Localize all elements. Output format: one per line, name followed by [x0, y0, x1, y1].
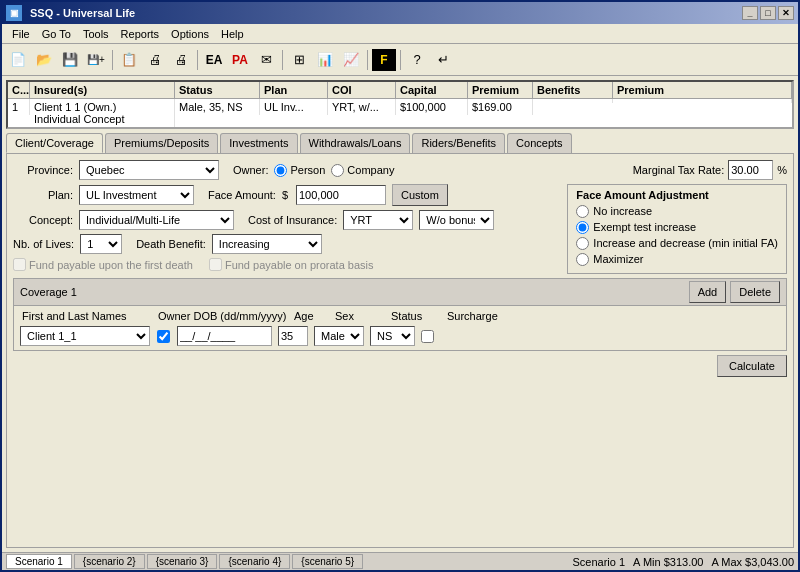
- menu-file[interactable]: File: [6, 27, 36, 41]
- coi-label: Cost of Insurance:: [248, 214, 337, 226]
- menu-options[interactable]: Options: [165, 27, 215, 41]
- cov-col-surcharge: Surcharge: [447, 310, 507, 322]
- envelope-button[interactable]: ✉: [254, 49, 278, 71]
- coverage-sex-select[interactable]: Male: [314, 326, 364, 346]
- face-adj-increase-decrease[interactable]: Increase and decrease (min initial FA): [576, 237, 778, 250]
- toolbar-separator-1: [112, 50, 113, 70]
- fund-first-death-checkbox[interactable]: [13, 258, 26, 271]
- col-plan: Plan: [260, 82, 328, 98]
- coverage-box: Coverage 1 Add Delete First and Last Nam…: [13, 278, 787, 351]
- save-button[interactable]: 💾: [58, 49, 82, 71]
- chart-bar-button[interactable]: 📊: [313, 49, 337, 71]
- open-button[interactable]: 📂: [32, 49, 56, 71]
- fund-prorata-checkbox[interactable]: [209, 258, 222, 271]
- toolbar-separator-2: [197, 50, 198, 70]
- tab-concepts[interactable]: Concepts: [507, 133, 571, 153]
- menu-tools[interactable]: Tools: [77, 27, 115, 41]
- status-max: A Max $3,043.00: [711, 556, 794, 568]
- col-insured: Insured(s): [30, 82, 175, 98]
- save-all-button[interactable]: 💾+: [84, 49, 108, 71]
- delete-button[interactable]: Delete: [730, 281, 780, 303]
- lives-death-row: Nb. of Lives: 1 Death Benefit: Increasin…: [13, 234, 559, 254]
- scenario-tab-3[interactable]: {scenario 3}: [147, 554, 218, 569]
- owner-company-radio[interactable]: Company: [331, 164, 394, 177]
- minimize-button[interactable]: _: [742, 6, 758, 20]
- nb-lives-label: Nb. of Lives:: [13, 238, 74, 250]
- menu-reports[interactable]: Reports: [115, 27, 166, 41]
- cov-col-name: First and Last Names: [22, 310, 152, 322]
- new-button[interactable]: 📄: [6, 49, 30, 71]
- table-button[interactable]: ⊞: [287, 49, 311, 71]
- arrow-button[interactable]: ↵: [431, 49, 455, 71]
- content-area: C... Insured(s) Status Plan COI Capital …: [2, 76, 798, 552]
- pa-button[interactable]: PA: [228, 49, 252, 71]
- custom-button[interactable]: Custom: [392, 184, 448, 206]
- cell-c: 1: [8, 99, 30, 115]
- cell-benefits: [533, 99, 613, 103]
- window-icon: ▣: [6, 5, 22, 21]
- col-coi: COI: [328, 82, 396, 98]
- face-adj-title: Face Amount Adjustment: [576, 189, 778, 201]
- title-bar: ▣ SSQ - Universal Life _ □ ✕: [2, 2, 798, 24]
- col-c: C...: [8, 82, 30, 98]
- scenario-tab-4[interactable]: {scenario 4}: [219, 554, 290, 569]
- coverage-row: Client 1_1 Male NS: [20, 326, 780, 346]
- ea-button[interactable]: EA: [202, 49, 226, 71]
- col-capital: Capital: [396, 82, 468, 98]
- tab-premiums-deposits[interactable]: Premiums/Deposits: [105, 133, 218, 153]
- menu-help[interactable]: Help: [215, 27, 250, 41]
- cell-insured: Client 1 1 (Own.) Individual Concept: [30, 99, 175, 127]
- table-row[interactable]: 1 Client 1 1 (Own.) Individual Concept M…: [8, 99, 792, 127]
- coverage-status-select[interactable]: NS: [370, 326, 415, 346]
- close-button[interactable]: ✕: [778, 6, 794, 20]
- death-benefit-select[interactable]: Increasing: [212, 234, 322, 254]
- col-premium2: Premium: [613, 82, 792, 98]
- print-preview-button[interactable]: 📋: [117, 49, 141, 71]
- scenario-tab-2[interactable]: {scenario 2}: [74, 554, 145, 569]
- marginal-tax-input[interactable]: [728, 160, 773, 180]
- toolbar: 📄 📂 💾 💾+ 📋 🖨 🖨 EA PA ✉ ⊞ 📊 📈 F ? ↵: [2, 44, 798, 76]
- coverage-surcharge-checkbox[interactable]: [421, 330, 434, 343]
- plan-select[interactable]: UL Investment: [79, 185, 194, 205]
- col-benefits: Benefits: [533, 82, 613, 98]
- cell-coi: YRT, w/...: [328, 99, 396, 115]
- coverage-age-input[interactable]: [278, 326, 308, 346]
- print2-button[interactable]: 🖨: [169, 49, 193, 71]
- nb-lives-select[interactable]: 1: [80, 234, 122, 254]
- coverage-dob-input[interactable]: [177, 326, 272, 346]
- window-title: SSQ - Universal Life: [30, 7, 135, 19]
- coverage-name-select[interactable]: Client 1_1: [20, 326, 150, 346]
- tab-withdrawals-loans[interactable]: Withdrawals/Loans: [300, 133, 411, 153]
- print-button[interactable]: 🖨: [143, 49, 167, 71]
- face-adj-no-increase[interactable]: No increase: [576, 205, 778, 218]
- coi-select[interactable]: YRT: [343, 210, 413, 230]
- fund-prorata-label: Fund payable on prorata basis: [225, 259, 374, 271]
- chart-area-button[interactable]: 📈: [339, 49, 363, 71]
- coverage-content: First and Last Names Owner DOB (dd/mm/yy…: [14, 306, 786, 350]
- menu-bar: File Go To Tools Reports Options Help: [2, 24, 798, 44]
- tab-investments[interactable]: Investments: [220, 133, 297, 153]
- scenario-tab-5[interactable]: {scenario 5}: [292, 554, 363, 569]
- face-amount-input[interactable]: [296, 185, 386, 205]
- tab-riders-benefits[interactable]: Riders/Benefits: [412, 133, 505, 153]
- scenario-tab-1[interactable]: Scenario 1: [6, 554, 72, 569]
- cell-capital: $100,000: [396, 99, 468, 115]
- concept-select[interactable]: Individual/Multi-Life: [79, 210, 234, 230]
- f-button[interactable]: F: [372, 49, 396, 71]
- toolbar-separator-3: [282, 50, 283, 70]
- coverage-owner-checkbox[interactable]: [156, 330, 171, 343]
- status-min: A Min $313.00: [633, 556, 703, 568]
- face-adj-maximizer[interactable]: Maximizer: [576, 253, 778, 266]
- coi-bonus-select[interactable]: W/o bonus: [419, 210, 494, 230]
- menu-goto[interactable]: Go To: [36, 27, 77, 41]
- maximize-button[interactable]: □: [760, 6, 776, 20]
- cov-col-age: Age: [294, 310, 329, 322]
- death-benefit-label: Death Benefit:: [136, 238, 206, 250]
- face-adj-exempt-test[interactable]: Exempt test increase: [576, 221, 778, 234]
- calculate-button[interactable]: Calculate: [717, 355, 787, 377]
- help-button[interactable]: ?: [405, 49, 429, 71]
- add-button[interactable]: Add: [689, 281, 727, 303]
- tab-client-coverage[interactable]: Client/Coverage: [6, 133, 103, 153]
- province-select[interactable]: Quebec: [79, 160, 219, 180]
- owner-person-radio[interactable]: Person: [274, 164, 325, 177]
